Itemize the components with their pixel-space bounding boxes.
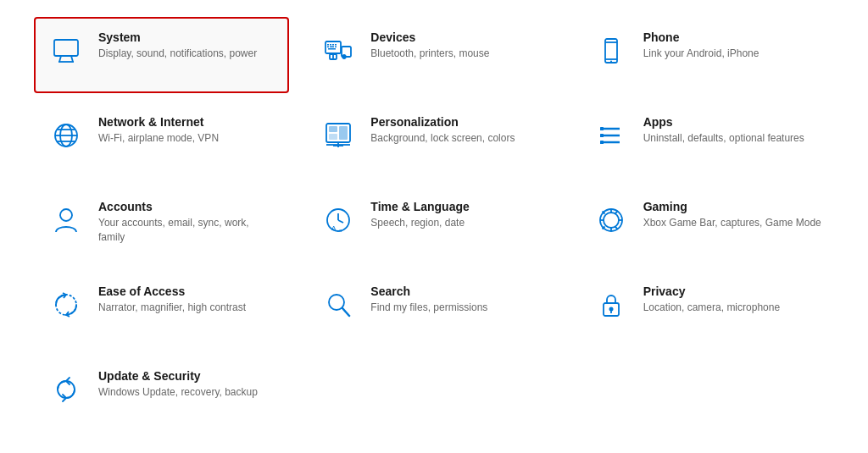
ease-title: Ease of Access: [98, 285, 246, 298]
settings-item-accounts[interactable]: Accounts Your accounts, email, sync, wor…: [34, 186, 289, 262]
time-icon: A a: [318, 200, 359, 240]
svg-line-59: [342, 308, 349, 316]
svg-line-54: [615, 212, 617, 214]
settings-item-apps[interactable]: Apps Uninstall, defaults, optional featu…: [579, 102, 834, 178]
time-title: Time & Language: [370, 200, 469, 213]
accounts-desc: Your accounts, email, sync, work, family: [98, 216, 277, 245]
svg-rect-31: [329, 134, 337, 140]
svg-rect-36: [600, 127, 604, 130]
settings-item-network[interactable]: Network & Internet Wi-Fi, airplane mode,…: [34, 102, 289, 178]
svg-line-1: [59, 56, 61, 62]
accounts-icon: [46, 200, 86, 240]
time-desc: Speech, region, date: [370, 216, 469, 230]
accounts-title: Accounts: [98, 200, 277, 213]
settings-item-time[interactable]: A a Time & Language Speech, region, date: [306, 186, 561, 262]
svg-rect-30: [339, 126, 348, 140]
apps-title: Apps: [643, 115, 804, 129]
svg-point-48: [604, 213, 619, 228]
update-title: Update & Security: [98, 369, 258, 383]
gaming-desc: Xbox Game Bar, captures, Game Mode: [643, 216, 821, 230]
system-desc: Display, sound, notifications, power: [98, 47, 257, 61]
svg-line-56: [615, 227, 617, 229]
ease-desc: Narrator, magnifier, high contrast: [98, 301, 246, 315]
svg-rect-38: [600, 134, 604, 137]
privacy-desc: Location, camera, microphone: [643, 301, 780, 315]
svg-rect-18: [328, 48, 336, 50]
settings-item-devices[interactable]: Devices Bluetooth, printers, mouse: [306, 17, 561, 93]
svg-rect-15: [327, 47, 329, 48]
network-title: Network & Internet: [98, 115, 219, 129]
settings-item-ease[interactable]: Ease of Access Narrator, magnifier, high…: [34, 271, 289, 347]
update-icon: [46, 369, 86, 410]
gaming-title: Gaming: [643, 200, 821, 213]
system-title: System: [98, 30, 257, 44]
gaming-icon: [591, 200, 632, 240]
svg-rect-11: [327, 44, 329, 46]
settings-item-search[interactable]: Search Find my files, permissions: [306, 271, 561, 347]
devices-title: Devices: [370, 30, 489, 44]
svg-rect-13: [332, 44, 334, 46]
svg-rect-40: [600, 141, 604, 144]
phone-title: Phone: [643, 30, 760, 44]
svg-rect-16: [330, 47, 334, 48]
privacy-title: Privacy: [643, 285, 780, 298]
phone-desc: Link your Android, iPhone: [643, 47, 760, 61]
svg-rect-29: [329, 126, 337, 132]
svg-rect-14: [335, 44, 337, 46]
settings-item-privacy[interactable]: Privacy Location, camera, microphone: [579, 271, 834, 347]
search-icon: [318, 285, 359, 325]
apps-icon: [591, 115, 632, 156]
svg-text:A: A: [331, 224, 337, 232]
svg-line-2: [71, 56, 73, 62]
devices-desc: Bluetooth, printers, mouse: [370, 47, 489, 61]
settings-grid: System Display, sound, notifications, po…: [34, 17, 834, 432]
settings-item-system[interactable]: System Display, sound, notifications, po…: [34, 17, 289, 93]
settings-item-personalization[interactable]: Personalization Background, lock screen,…: [306, 102, 561, 178]
settings-item-update[interactable]: Update & Security Windows Update, recove…: [34, 356, 289, 432]
update-desc: Windows Update, recovery, backup: [98, 385, 258, 400]
svg-line-44: [338, 220, 343, 223]
apps-desc: Uninstall, defaults, optional features: [643, 131, 804, 146]
personalization-desc: Background, lock screen, colors: [370, 131, 515, 146]
network-desc: Wi-Fi, airplane mode, VPN: [98, 131, 219, 146]
svg-rect-12: [330, 44, 331, 46]
search-desc: Find my files, permissions: [370, 301, 487, 315]
svg-point-61: [609, 307, 613, 312]
phone-icon: [591, 30, 632, 71]
network-icon: [46, 115, 86, 156]
personalization-icon: [318, 115, 359, 156]
svg-point-41: [60, 209, 72, 221]
devices-icon: [318, 30, 359, 71]
svg-rect-17: [335, 47, 337, 48]
privacy-icon: [591, 285, 632, 325]
ease-icon: [46, 285, 86, 325]
system-icon: [46, 30, 86, 71]
settings-item-phone[interactable]: Phone Link your Android, iPhone: [579, 17, 834, 93]
settings-item-gaming[interactable]: Gaming Xbox Game Bar, captures, Game Mod…: [579, 186, 834, 262]
search-title: Search: [370, 285, 487, 298]
personalization-title: Personalization: [370, 115, 515, 129]
svg-rect-0: [54, 40, 78, 56]
svg-point-22: [610, 61, 612, 63]
